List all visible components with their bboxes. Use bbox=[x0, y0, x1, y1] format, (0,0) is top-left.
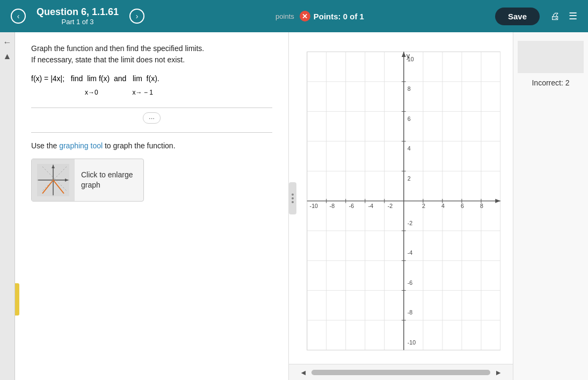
math-expression: f(x) = |4x|; find lim f(x) and lim f(x).… bbox=[31, 72, 272, 99]
svg-text:4: 4 bbox=[441, 202, 444, 209]
sidebar-top-block bbox=[518, 41, 584, 73]
handle-dot1 bbox=[292, 193, 294, 196]
question-title-block: Question 6, 1.1.61 Part 1 of 3 bbox=[37, 6, 119, 26]
left-arrow-button[interactable]: ← bbox=[3, 38, 12, 47]
svg-text:-8: -8 bbox=[329, 202, 335, 209]
yellow-highlight-strip bbox=[15, 283, 19, 316]
right-sidebar: Incorrect: 2 bbox=[513, 32, 588, 380]
divider2 bbox=[31, 132, 272, 133]
graphing-tool-link: graphing tool bbox=[59, 141, 103, 150]
svg-text:-6: -6 bbox=[407, 279, 412, 285]
svg-text:6: 6 bbox=[407, 115, 410, 121]
up-arrow-button[interactable]: ▲ bbox=[3, 52, 12, 61]
vertical-handle[interactable] bbox=[289, 182, 296, 214]
svg-text:-8: -8 bbox=[407, 309, 412, 316]
svg-text:2: 2 bbox=[407, 175, 410, 181]
graph-tool-icon bbox=[32, 159, 75, 202]
svg-text:-2: -2 bbox=[387, 202, 393, 209]
scrollbar-area: ◄ ► bbox=[289, 364, 513, 380]
main-layout: ← ▲ Graph the function and then find the… bbox=[0, 32, 588, 380]
svg-text:10: 10 bbox=[407, 55, 413, 62]
coordinate-grid[interactable]: y -10 -8 -6 -4 -2 2 4 6 8 10 8 6 bbox=[302, 45, 500, 352]
graph-container: y -10 -8 -6 -4 -2 2 4 6 8 10 8 6 bbox=[289, 32, 513, 364]
svg-text:-2: -2 bbox=[407, 219, 412, 226]
save-button[interactable]: Save bbox=[495, 8, 540, 25]
svg-text:-6: -6 bbox=[349, 202, 354, 209]
points-text: Points: 0 of 1 bbox=[314, 12, 364, 21]
content-area: Graph the function and then find the spe… bbox=[15, 32, 588, 380]
error-icon: ✕ bbox=[300, 11, 310, 21]
incorrect-badge: Incorrect: 2 bbox=[532, 78, 569, 87]
mini-graph-svg bbox=[37, 164, 69, 196]
svg-text:8: 8 bbox=[407, 85, 410, 92]
points-section: points ✕ Points: 0 of 1 bbox=[155, 11, 484, 21]
next-question-button[interactable]: › bbox=[129, 9, 144, 24]
click-to-enlarge-text: Click to enlarge graph bbox=[75, 170, 143, 191]
ellipsis-button[interactable]: ··· bbox=[143, 112, 161, 124]
handle-dot3 bbox=[292, 201, 294, 203]
graph-tool-box[interactable]: Click to enlarge graph bbox=[31, 159, 144, 202]
handle-dot2 bbox=[292, 197, 294, 199]
svg-text:-4: -4 bbox=[368, 202, 373, 209]
points-value: ✕ Points: 0 of 1 bbox=[300, 11, 364, 21]
header: ‹ Question 6, 1.1.61 Part 1 of 3 › point… bbox=[0, 0, 588, 32]
math-func: f(x) = |4x|; bbox=[31, 74, 69, 83]
menu-icon[interactable]: ☰ bbox=[569, 10, 577, 22]
svg-text:8: 8 bbox=[480, 202, 483, 209]
right-panel: y -10 -8 -6 -4 -2 2 4 6 8 10 8 6 bbox=[289, 32, 513, 380]
scroll-left-button[interactable]: ◄ bbox=[300, 368, 307, 377]
limit2-text: lim f(x). bbox=[133, 74, 159, 83]
left-strip: ← ▲ bbox=[0, 32, 15, 380]
limit1-text: find lim f(x) and bbox=[71, 74, 130, 83]
left-panel: Graph the function and then find the spe… bbox=[15, 32, 289, 380]
limit2-var: x→ − 1 bbox=[133, 89, 153, 96]
divider bbox=[31, 107, 272, 108]
question-title: Question 6, 1.1.61 bbox=[37, 6, 119, 18]
svg-text:2: 2 bbox=[422, 202, 425, 209]
svg-text:-4: -4 bbox=[407, 249, 412, 256]
prev-question-button[interactable]: ‹ bbox=[11, 9, 26, 24]
points-label: points bbox=[275, 12, 294, 20]
header-icons: 🖨 ☰ bbox=[550, 10, 577, 22]
scroll-track[interactable] bbox=[311, 370, 490, 375]
graphing-instruction: Use the graphing tool to graph the funct… bbox=[31, 141, 272, 150]
instruction-line2: If necessary, state that the limit does … bbox=[31, 55, 185, 64]
svg-text:-10: -10 bbox=[407, 339, 416, 345]
instruction-line1: Graph the function and then find the spe… bbox=[31, 44, 204, 53]
ellipsis-button-container: ··· bbox=[31, 112, 272, 124]
instruction-text: Graph the function and then find the spe… bbox=[31, 43, 272, 66]
svg-text:4: 4 bbox=[407, 145, 410, 152]
scroll-right-button[interactable]: ► bbox=[495, 368, 502, 377]
question-part: Part 1 of 3 bbox=[37, 18, 119, 26]
printer-icon[interactable]: 🖨 bbox=[550, 11, 560, 22]
svg-text:6: 6 bbox=[461, 202, 464, 209]
limit1-var: x→0 bbox=[85, 89, 98, 96]
svg-text:-10: -10 bbox=[309, 202, 318, 209]
